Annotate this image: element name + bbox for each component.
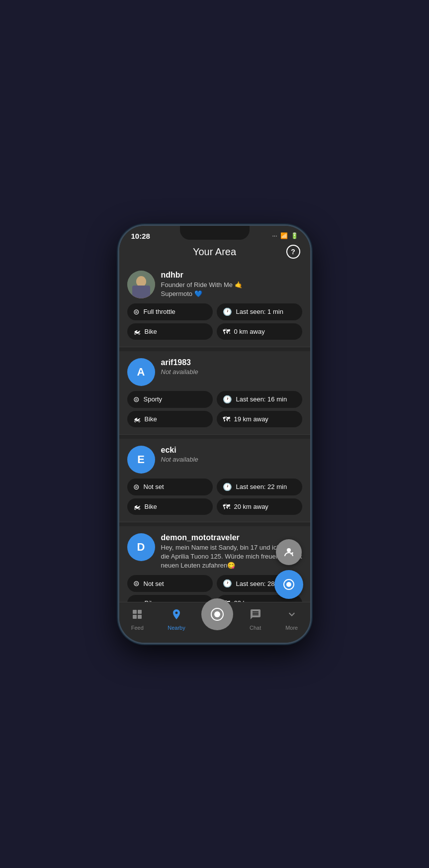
last-seen-tag-ecki: 🕐 Last seen: 22 min (217, 479, 302, 495)
avatar-letter-ecki: E (137, 453, 145, 466)
nav-more[interactable]: More (277, 606, 306, 633)
tags-row-ndhbr-2: 🏍 Bike 🗺 0 km away (127, 323, 302, 340)
user-details-arif1983: arif1983 Not available (161, 358, 302, 376)
nav-chat-label: Chat (250, 625, 261, 631)
page-title: Your Area (193, 246, 236, 258)
vehicle-tag-demon: 🏍 Bike (127, 595, 213, 601)
nav-nearby[interactable]: Nearby (160, 606, 193, 633)
nav-more-label: More (285, 625, 298, 631)
user-card-arif1983: A arif1983 Not available ⊜ Sporty 🕐 Last… (119, 351, 310, 435)
user-card-ecki: E ecki Not available ⊜ Not set 🕐 Last se… (119, 439, 310, 522)
distance-label-arif1983: 19 km away (234, 415, 268, 423)
svg-rect-11 (133, 615, 137, 619)
bike-icon-ndhbr: 🏍 (133, 327, 141, 336)
user-card-ndhbr: ndhbr Founder of Ride With Me 🤙Supermoto… (119, 264, 310, 347)
ride-fab[interactable] (274, 570, 303, 599)
vehicle-tag-ecki: 🏍 Bike (127, 498, 213, 515)
status-icons: ··· 📶 🔋 (272, 232, 298, 239)
notch (180, 226, 250, 240)
username-ndhbr: ndhbr (161, 271, 302, 280)
last-seen-label-ndhbr: Last seen: 1 min (236, 308, 283, 315)
svg-rect-9 (133, 610, 137, 614)
username-arif1983: arif1983 (161, 358, 302, 367)
distance-tag-ndhbr: 🗺 0 km away (217, 323, 302, 340)
user-details-ndhbr: ndhbr Founder of Ride With Me 🤙Supermoto… (161, 271, 302, 298)
svg-point-8 (286, 582, 291, 587)
vehicle-tag-ndhbr: 🏍 Bike (127, 323, 213, 340)
help-button[interactable]: ? (286, 245, 300, 259)
avatar-arif1983[interactable]: A (127, 358, 155, 386)
nav-nearby-label: Nearby (168, 625, 185, 631)
avatar-demon[interactable]: D (127, 533, 155, 561)
feed-icon (131, 608, 143, 623)
avatar-ecki[interactable]: E (127, 446, 155, 474)
riding-style-icon-demon: ⊜ (133, 579, 140, 588)
last-seen-label-arif1983: Last seen: 16 min (236, 395, 287, 403)
tags-row-arif1983-2: 🏍 Bike 🗺 19 km away (127, 411, 302, 427)
riding-style-icon-arif1983: ⊜ (133, 395, 140, 404)
phone-screen: 10:28 ··· 📶 🔋 Your Area ? (119, 226, 310, 643)
bike-icon-arif1983: 🏍 (133, 415, 141, 423)
clock-icon-ecki: 🕐 (223, 482, 232, 491)
status-time: 10:28 (131, 232, 150, 240)
map-icon-ndhbr: 🗺 (223, 327, 230, 336)
riding-style-label-ndhbr: Full throttle (144, 308, 175, 315)
divider-2 (119, 435, 310, 439)
wifi-icon: 📶 (280, 232, 288, 239)
edit-profile-fab[interactable] (276, 539, 302, 565)
last-seen-tag-ndhbr: 🕐 Last seen: 1 min (217, 303, 302, 320)
bio-ndhbr: Founder of Ride With Me 🤙Supermoto 💙 (161, 281, 302, 298)
vehicle-label-ecki: Bike (145, 503, 157, 510)
distance-label-ecki: 20 km away (234, 503, 268, 510)
avatar-letter-demon: D (137, 541, 145, 554)
vehicle-tag-arif1983: 🏍 Bike (127, 411, 213, 427)
divider-3 (119, 522, 310, 526)
chat-icon (250, 608, 261, 623)
riding-style-label-arif1983: Sporty (144, 395, 163, 403)
tags-row-arif1983-1: ⊜ Sporty 🕐 Last seen: 16 min (127, 391, 302, 408)
svg-rect-5 (132, 286, 150, 298)
vehicle-label-ndhbr: Bike (145, 328, 157, 335)
status-ecki: Not available (161, 456, 302, 463)
map-icon-ecki: 🗺 (223, 502, 230, 511)
svg-rect-10 (138, 610, 142, 614)
nav-feed-label: Feed (131, 625, 144, 631)
app-header: Your Area ? (119, 242, 310, 264)
svg-rect-12 (138, 615, 142, 619)
nav-center-button[interactable] (201, 598, 233, 630)
battery-icon: 🔋 (291, 232, 298, 239)
tags-row-ecki-2: 🏍 Bike 🗺 20 km away (127, 498, 302, 515)
avatar-letter-arif1983: A (137, 366, 145, 379)
username-ecki: ecki (161, 446, 302, 455)
last-seen-label-ecki: Last seen: 22 min (236, 483, 287, 490)
riding-style-tag-demon: ⊜ Not set (127, 575, 213, 592)
distance-tag-ecki: 🗺 20 km away (217, 498, 302, 515)
status-arif1983: Not available (161, 368, 302, 376)
fab-container (274, 539, 303, 599)
user-details-ecki: ecki Not available (161, 446, 302, 463)
divider-1 (119, 347, 310, 351)
nav-feed[interactable]: Feed (123, 606, 152, 633)
svg-point-14 (214, 611, 220, 617)
riding-style-label-demon: Not set (144, 580, 164, 587)
distance-tag-arif1983: 🗺 19 km away (217, 411, 302, 427)
nav-chat[interactable]: Chat (242, 606, 269, 633)
clock-icon: 🕐 (223, 307, 232, 316)
svg-point-4 (136, 277, 146, 287)
riding-style-label-ecki: Not set (144, 483, 164, 490)
map-icon-arif1983: 🗺 (223, 415, 230, 423)
avatar-ndhbr[interactable] (127, 271, 155, 298)
riding-style-tag-ecki: ⊜ Not set (127, 479, 213, 495)
more-icon (286, 608, 298, 623)
riding-style-tag-arif1983: ⊜ Sporty (127, 391, 213, 408)
riding-style-icon-ecki: ⊜ (133, 482, 140, 491)
bottom-nav: Feed Nearby (119, 602, 310, 643)
distance-label-ndhbr: 0 km away (234, 328, 265, 335)
clock-icon-demon: 🕐 (223, 579, 232, 588)
nearby-icon (171, 608, 182, 623)
signal-dots-icon: ··· (272, 232, 277, 239)
clock-icon-arif1983: 🕐 (223, 395, 232, 404)
last-seen-tag-arif1983: 🕐 Last seen: 16 min (217, 391, 302, 408)
tags-row-ndhbr-1: ⊜ Full throttle 🕐 Last seen: 1 min (127, 303, 302, 320)
avatar-photo-ndhbr (127, 271, 155, 298)
